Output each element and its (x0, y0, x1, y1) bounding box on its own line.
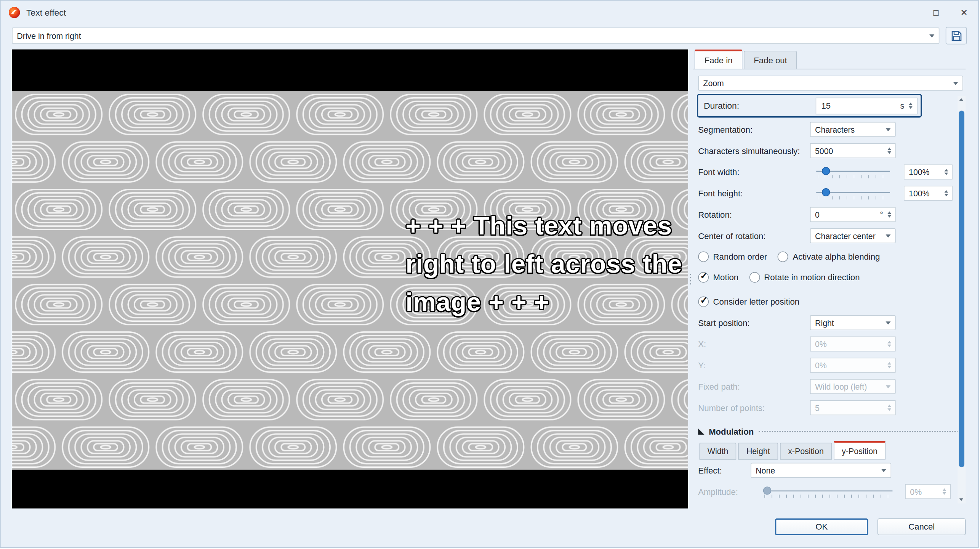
tab-fade-out[interactable]: Fade out (744, 51, 797, 69)
modulation-header[interactable]: Modulation (698, 422, 961, 441)
start-position-select[interactable]: Right (810, 315, 896, 330)
dropdown-arrow-icon (886, 234, 890, 237)
preset-select[interactable]: Drive in from right (12, 27, 939, 44)
spin-down-icon (887, 366, 891, 369)
scroll-down-icon[interactable] (959, 498, 963, 501)
preset-select-value: Drive in from right (17, 31, 929, 40)
tab-y-position[interactable]: y-Position (834, 441, 886, 459)
checkbox-label: Rotate in motion direction (764, 273, 860, 282)
duration-label: Duration: (704, 101, 816, 111)
segmentation-label: Segmentation: (698, 125, 810, 134)
modulation-dotted-divider (759, 431, 961, 432)
segmentation-select[interactable]: Characters (810, 122, 896, 137)
spin-down-icon[interactable] (887, 215, 891, 218)
dropdown-arrow-icon (953, 82, 958, 85)
spin-down-icon[interactable] (945, 173, 948, 175)
x-label: X: (698, 339, 810, 349)
font-height-input[interactable]: 100% (904, 186, 953, 201)
center-of-rotation-select[interactable]: Character center (810, 228, 896, 243)
checkbox-rotate-in-motion-direction[interactable]: Rotate in motion direction (749, 272, 860, 283)
center-of-rotation-value: Character center (815, 231, 886, 241)
checkmark-icon: ✓ (700, 295, 708, 306)
checkbox-label: Random order (713, 252, 767, 262)
save-icon (950, 30, 962, 42)
number-of-points-label: Number of points: (698, 403, 810, 413)
font-width-slider[interactable] (816, 165, 890, 179)
modulation-title: Modulation (709, 427, 754, 437)
preview-canvas[interactable]: + + + This text moves right to left acro… (12, 50, 688, 509)
rotation-input[interactable]: 0 ° (810, 207, 896, 222)
font-width-input[interactable]: 100% (904, 164, 953, 179)
dropdown-arrow-icon (929, 34, 934, 37)
checkbox-activate-alpha-blending[interactable]: Activate alpha blending (778, 251, 880, 262)
y-input: 0% (810, 358, 896, 372)
scroll-up-icon[interactable] (959, 98, 963, 101)
modulation-effect-row: Effect: None (698, 460, 961, 481)
cancel-button[interactable]: Cancel (878, 518, 966, 535)
fade-tabs: Fade in Fade out (693, 50, 966, 69)
number-of-points-input: 5 (810, 400, 896, 415)
check-row-1: Random order Activate alpha blending (698, 246, 961, 267)
modulation-effect-value: None (756, 466, 881, 475)
amplitude-value: 0% (910, 487, 940, 496)
modulation-tabs: Width Height x-Position y-Position (698, 441, 961, 459)
spin-up-icon (943, 488, 946, 491)
tab-fade-in[interactable]: Fade in (694, 50, 742, 69)
spin-down-icon[interactable] (945, 194, 948, 197)
dropdown-arrow-icon (886, 321, 890, 324)
rotation-unit: ° (880, 210, 883, 219)
spin-down-icon[interactable] (909, 106, 913, 109)
characters-simultaneously-value: 5000 (815, 146, 885, 156)
maximize-button[interactable]: □ (922, 1, 950, 24)
checkbox-label: Consider letter position (713, 297, 799, 307)
preview-text-line: + + + This text moves (406, 207, 682, 245)
spin-down-icon[interactable] (887, 151, 891, 154)
scrollbar-thumb[interactable] (959, 111, 964, 467)
close-button[interactable]: ✕ (950, 1, 978, 24)
characters-simultaneously-input[interactable]: 5000 (810, 143, 896, 158)
tab-width[interactable]: Width (700, 443, 737, 459)
tab-x-position[interactable]: x-Position (780, 443, 832, 459)
ok-button[interactable]: OK (775, 518, 868, 535)
save-preset-button[interactable] (946, 27, 967, 45)
slider-thumb[interactable] (822, 167, 830, 175)
checkbox-motion[interactable]: ✓ Motion (698, 272, 738, 283)
spin-up-icon[interactable] (887, 148, 891, 150)
duration-unit: s (900, 101, 904, 111)
effect-type-select[interactable]: Zoom (698, 75, 963, 90)
panel-scrollbar[interactable] (958, 96, 966, 503)
checkbox-box (749, 272, 760, 283)
x-row: X: 0% (698, 333, 961, 355)
fixed-path-label: Fixed path: (698, 382, 810, 391)
number-of-points-row: Number of points: 5 (698, 397, 961, 419)
spin-up-icon[interactable] (945, 169, 948, 172)
y-row: Y: 0% (698, 355, 961, 376)
duration-row: Duration: 15 s (697, 94, 922, 117)
duration-input[interactable]: 15 s (816, 97, 918, 114)
spin-up-icon[interactable] (887, 211, 891, 214)
check-row-3: ✓ Consider letter position (698, 291, 961, 312)
spin-down-icon (943, 492, 946, 495)
font-width-label: Font width: (698, 167, 810, 177)
amplitude-input: 0% (905, 484, 951, 499)
splitter-handle[interactable] (688, 50, 693, 509)
spin-up-icon[interactable] (945, 190, 948, 193)
tab-height[interactable]: Height (738, 443, 778, 459)
spin-up-icon[interactable] (909, 103, 913, 105)
x-input: 0% (810, 336, 896, 351)
checkbox-consider-letter-position[interactable]: ✓ Consider letter position (698, 297, 799, 307)
checkbox-random-order[interactable]: Random order (698, 251, 767, 262)
font-height-slider[interactable] (816, 186, 890, 200)
text-effect-dialog: Text effect □ ✕ Drive in from right (0, 0, 979, 548)
modulation-amplitude-row: Amplitude: 0% (698, 481, 961, 502)
modulation-effect-select[interactable]: None (751, 463, 891, 478)
characters-simultaneously-label: Characters simultaneously: (698, 146, 810, 156)
font-height-label: Font height: (698, 189, 810, 198)
start-position-row: Start position: Right (698, 312, 961, 334)
duration-spinner (906, 103, 915, 109)
settings-rows: Duration: 15 s Segmentation: Characte (693, 94, 966, 502)
checkmark-icon: ✓ (700, 270, 708, 282)
preview-text-line: image + + + (406, 283, 682, 321)
slider-thumb[interactable] (822, 188, 830, 196)
preview-text-line: right to left across the (406, 245, 682, 283)
